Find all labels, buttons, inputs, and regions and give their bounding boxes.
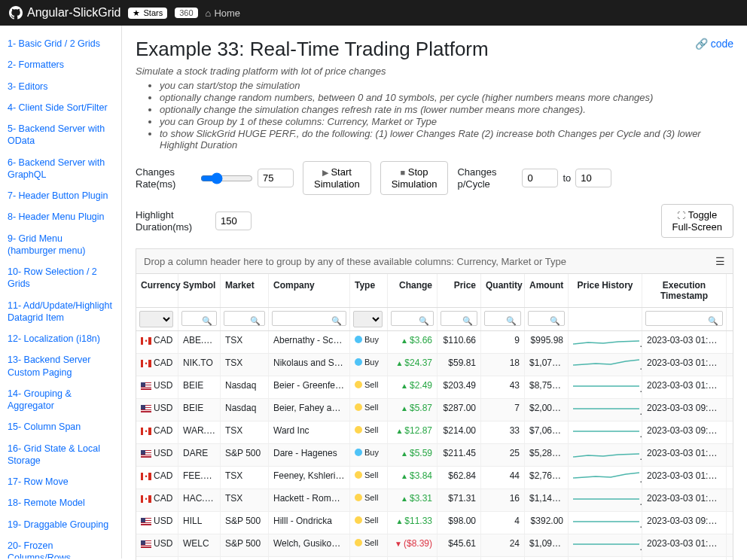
sidebar-item[interactable]: 16- Grid State & Local Storage	[0, 438, 121, 472]
header-price[interactable]: Price	[438, 274, 481, 307]
sidebar-item[interactable]: 3- Editors	[0, 76, 121, 97]
rate-label: Changes Rate(ms)	[136, 166, 196, 190]
sidebar-item[interactable]: 6- Backend Server with GraphQL	[0, 152, 121, 186]
cell-quantity: 24	[481, 534, 525, 556]
header-company[interactable]: Company	[269, 274, 350, 307]
cell-currency: CAD	[136, 489, 178, 511]
app-logo[interactable]: Angular-SlickGrid	[9, 6, 120, 20]
cycle-to-input[interactable]	[575, 169, 611, 187]
table-row[interactable]: CAD WAR.TO TSX Ward Inc Sell ▲$12.87 $21…	[136, 422, 733, 444]
highlight-input[interactable]	[215, 212, 252, 230]
cell-change: ▲$5.87	[388, 399, 438, 421]
filter-symbol[interactable]	[181, 311, 217, 326]
grid-menu-icon[interactable]: ☰	[715, 255, 725, 267]
toggle-fullscreen-button[interactable]: ⛶ Toggle Full-Screen	[661, 204, 733, 238]
table-row[interactable]: CAD NIK.TO TSX Nikolaus and Sons Buy ▲$2…	[136, 354, 733, 376]
type-dot-icon	[355, 539, 362, 546]
table-row[interactable]: USD DARE S&P 500 Dare - Hagenes Buy ▲$5.…	[136, 444, 733, 467]
note-item: you can start/stop the simulation	[160, 80, 733, 91]
github-icon	[9, 6, 23, 20]
sidebar-item[interactable]: 7- Header Button Plugin	[0, 185, 121, 206]
arrow-icon: ▲	[401, 382, 408, 390]
cell-price: $214.00	[438, 422, 481, 443]
stop-simulation-button[interactable]: ■ Stop Simulation	[380, 161, 449, 195]
header-amount[interactable]: Amount	[525, 274, 569, 307]
type-dot-icon	[355, 516, 362, 524]
sidebar-item[interactable]: 20- Frozen Columns/Rows	[0, 535, 121, 558]
type-dot-icon	[355, 449, 362, 456]
cell-market: Nasdaq	[221, 399, 269, 421]
header-type[interactable]: Type	[350, 274, 388, 307]
table-row[interactable]: USD BEIE Nasdaq Beier, Fahey and Marks S…	[136, 399, 733, 422]
cell-time: 2023-03-03 09:30:0...	[642, 422, 727, 443]
sparkline-icon	[573, 425, 639, 437]
sparkline-icon	[573, 403, 639, 415]
sidebar-item[interactable]: 4- Client Side Sort/Filter	[0, 97, 121, 118]
filter-company[interactable]	[272, 311, 346, 326]
sparkline-icon	[573, 335, 639, 347]
header-change[interactable]: Change	[388, 274, 438, 307]
table-row[interactable]: CAD FEE.TO TSX Feeney, Kshlerin and H...…	[136, 467, 733, 489]
sidebar-item[interactable]: 19- Draggable Grouping	[0, 514, 121, 535]
filter-market[interactable]	[224, 311, 265, 326]
sidebar-item[interactable]: 1- Basic Grid / 2 Grids	[0, 33, 121, 54]
cell-history	[569, 399, 642, 421]
table-row[interactable]: USD WELC S&P 500 Welch, Gusikowski and..…	[136, 534, 733, 557]
cell-quantity: 25	[481, 444, 525, 466]
sidebar-item[interactable]: 2- Formatters	[0, 54, 121, 75]
trading-grid: Currency Symbol Market Company Type Chan…	[136, 274, 733, 560]
sidebar-item[interactable]: 18- Remote Model	[0, 492, 121, 513]
sidebar-item[interactable]: 14- Grouping & Aggregator	[0, 383, 121, 417]
header-time[interactable]: Execution Timestamp	[642, 274, 727, 307]
grid-body[interactable]: CAD ABE.TO TSX Abernathy - Schroeder Buy…	[136, 331, 733, 560]
sidebar-item[interactable]: 13- Backend Server Custom Paging	[0, 349, 121, 383]
cell-company: Hilll - Ondricka	[269, 512, 350, 534]
code-link[interactable]: 🔗 code	[695, 38, 733, 50]
header-market[interactable]: Market	[221, 274, 269, 307]
table-row[interactable]: USD BEIE Nasdaq Beier - Greenfelder Sell…	[136, 376, 733, 399]
header-history[interactable]: Price History	[569, 274, 642, 307]
table-row[interactable]: CAD HAC.TO TSX Hackett - Romaguera Sell …	[136, 489, 733, 512]
cell-time: 2023-03-03 09:30:0...	[642, 399, 727, 421]
filter-change[interactable]	[391, 311, 434, 326]
flag-icon	[141, 450, 151, 458]
sidebar-item[interactable]: 5- Backend Server with OData	[0, 118, 121, 152]
sidebar-item[interactable]: 11- Add/Update/Highlight Datagrid Item	[0, 295, 121, 329]
sidebar-item[interactable]: 17- Row Move	[0, 471, 121, 492]
filter-time[interactable]	[645, 311, 723, 326]
header-symbol[interactable]: Symbol	[178, 274, 221, 307]
filter-quantity[interactable]	[484, 311, 521, 326]
filter-price[interactable]	[441, 311, 477, 326]
cycle-from-input[interactable]	[522, 169, 558, 187]
sidebar-item[interactable]: 9- Grid Menu (hamburger menu)	[0, 228, 121, 262]
cell-price: $62.84	[438, 467, 481, 488]
sidebar-item[interactable]: 10- Row Selection / 2 Grids	[0, 261, 121, 295]
note-item: to show SlickGrid HUGE PERF., do the fol…	[160, 128, 733, 151]
filter-amount[interactable]	[528, 311, 565, 326]
grid-header-row: Currency Symbol Market Company Type Chan…	[136, 274, 733, 308]
sparkline-icon	[573, 380, 639, 392]
cell-currency: USD	[136, 399, 178, 421]
sidebar-item[interactable]: 12- Localization (i18n)	[0, 328, 121, 349]
rate-slider[interactable]	[200, 172, 253, 184]
table-row[interactable]: CAD ABE.TO TSX Abernathy - Schroeder Buy…	[136, 331, 733, 354]
cell-symbol: ROH.TO	[178, 557, 221, 560]
arrow-icon: ▲	[395, 427, 403, 435]
sidebar-item[interactable]: 15- Column Span	[0, 416, 121, 437]
header-currency[interactable]: Currency	[136, 274, 178, 307]
home-link[interactable]: ⌂ Home	[206, 8, 241, 19]
start-simulation-button[interactable]: ▶ Start Simulation	[303, 161, 371, 195]
sidebar-item[interactable]: 8- Header Menu Plugin	[0, 206, 121, 227]
group-drop-zone[interactable]: Drop a column header here to group by an…	[136, 248, 733, 274]
filter-type[interactable]	[353, 311, 383, 327]
cell-market: TSX	[221, 354, 269, 376]
github-stars-badge[interactable]: ★ Stars	[128, 8, 167, 19]
rate-input[interactable]	[258, 169, 294, 187]
arrow-icon: ▲	[401, 472, 408, 480]
table-row[interactable]: USD HILL S&P 500 Hilll - Ondricka Sell ▲…	[136, 512, 733, 534]
table-row[interactable]: CAD ROH.TO TSX Rohan Group Buy ▲$19.80 $…	[136, 557, 733, 560]
cell-time: 2023-03-03 01:15:38...	[642, 444, 727, 466]
filter-currency[interactable]	[139, 311, 173, 327]
header-quantity[interactable]: Quantity	[481, 274, 525, 307]
arrow-icon: ▲	[395, 359, 403, 367]
